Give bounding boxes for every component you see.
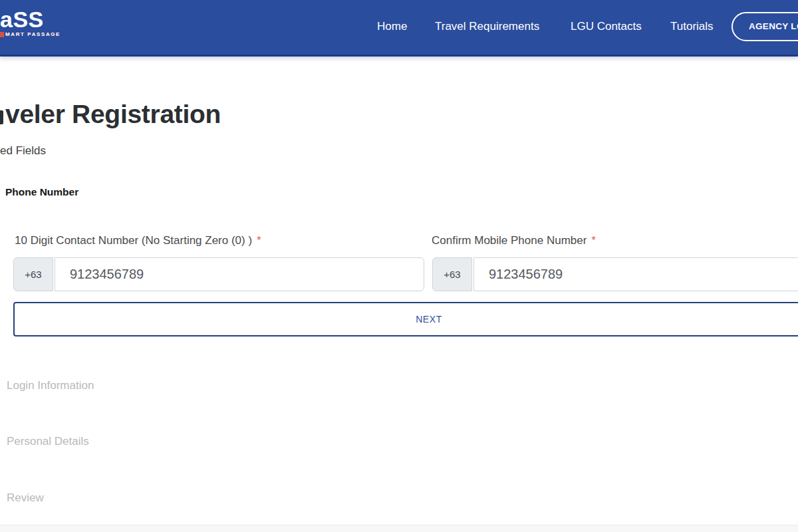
confirm-number-input[interactable] — [473, 257, 798, 291]
contact-number-label: 10 Digit Contact Number (No Starting Zer… — [15, 234, 261, 247]
contact-number-label-text: 10 Digit Contact Number (No Starting Zer… — [15, 234, 252, 247]
confirm-number-input-group: +63 — [432, 257, 798, 291]
cropped-title-fragment — [0, 110, 3, 124]
nav-item-home[interactable]: Home — [377, 20, 407, 33]
required-fields-note: ed Fields — [0, 144, 46, 158]
contact-number-input[interactable] — [55, 257, 424, 291]
logo-text: aSS — [0, 8, 61, 31]
country-code-prefix: +63 — [432, 257, 472, 291]
nav-item-tutorials[interactable]: Tutorials — [670, 20, 714, 33]
accordion-personal-details[interactable]: Personal Details — [7, 435, 89, 448]
next-button[interactable]: NEXT — [13, 302, 798, 336]
top-navbar: aSS MART PASSAGE Home Travel Requirement… — [0, 0, 798, 57]
nav-item-travel-requirements[interactable]: Travel Requirements — [435, 20, 539, 33]
logo-cropped-fragment — [0, 32, 4, 37]
accordion-login-information[interactable]: Login Information — [7, 379, 94, 392]
logo-subtext-row: MART PASSAGE — [0, 31, 61, 37]
footer-bar — [0, 525, 798, 532]
required-asterisk: * — [257, 235, 261, 246]
required-asterisk: * — [591, 235, 595, 246]
nav-item-lgu-contacts[interactable]: LGU Contacts — [571, 20, 642, 33]
traveler-registration-page: aSS MART PASSAGE Home Travel Requirement… — [0, 0, 798, 532]
accordion-review[interactable]: Review — [7, 491, 44, 505]
logo-subtext: MART PASSAGE — [5, 31, 61, 37]
page-title: veler Registration — [5, 100, 221, 129]
confirm-number-label-text: Confirm Mobile Phone Number — [432, 234, 587, 247]
phone-number-section-heading: Phone Number — [5, 186, 78, 198]
contact-number-input-group: +63 — [13, 257, 424, 291]
agency-login-button[interactable]: AGENCY LOG — [732, 12, 798, 41]
spass-logo[interactable]: aSS MART PASSAGE — [0, 8, 61, 37]
confirm-number-label: Confirm Mobile Phone Number* — [432, 234, 596, 247]
country-code-prefix: +63 — [13, 257, 53, 291]
